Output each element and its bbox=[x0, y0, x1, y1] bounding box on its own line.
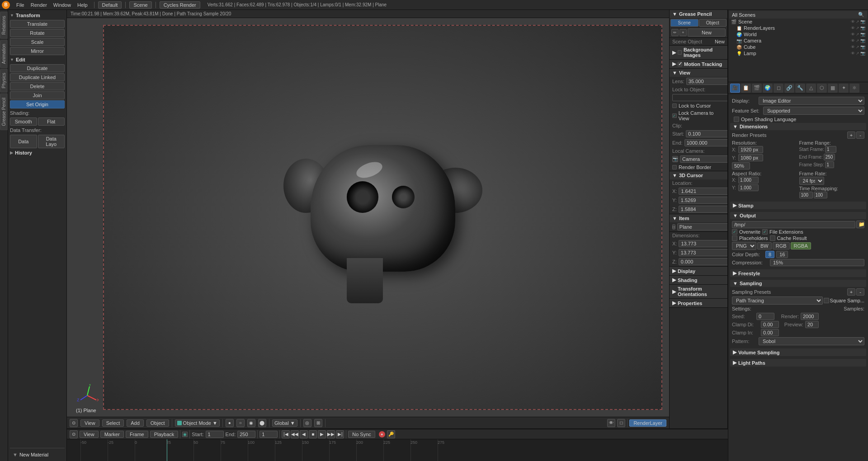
rgba-btn[interactable]: RGBA bbox=[791, 242, 811, 249]
texture-icon[interactable]: ▦ bbox=[828, 84, 838, 93]
transform-section-title[interactable]: ▼ Transform bbox=[10, 12, 65, 19]
scene-vis-icon[interactable]: 👁 bbox=[851, 19, 855, 24]
stop-btn[interactable]: ■ bbox=[309, 430, 317, 438]
motion-tracking-checkbox[interactable]: ✓ bbox=[678, 62, 682, 66]
scene-render-icon[interactable]: 📷 bbox=[860, 19, 865, 24]
step-fwd-btn[interactable]: ▶▶ bbox=[327, 430, 335, 438]
time-remap-new[interactable] bbox=[814, 192, 827, 198]
properties-sub-header[interactable]: ▶ Properties bbox=[670, 299, 727, 307]
view-menu-btn[interactable]: View bbox=[80, 419, 99, 427]
res-pct-input[interactable] bbox=[732, 162, 750, 169]
render-properties-icon[interactable]: 🎥 bbox=[730, 84, 740, 93]
placeholders-checkbox[interactable] bbox=[732, 235, 737, 241]
lens-input[interactable] bbox=[686, 78, 728, 85]
output-path-input[interactable] bbox=[732, 221, 855, 228]
render-menu[interactable]: Render bbox=[28, 1, 50, 9]
path-tracing-dropdown[interactable]: Path Tracing bbox=[732, 296, 823, 305]
side-tab-grease-pencil[interactable]: Grease Pencil bbox=[0, 94, 8, 130]
history-section-title[interactable]: ▶ History bbox=[10, 149, 65, 156]
clip-end-input[interactable] bbox=[684, 139, 728, 146]
constraints-icon[interactable]: 🔗 bbox=[784, 84, 794, 93]
timeline-mode-icon[interactable]: ⊙ bbox=[70, 430, 78, 438]
display-header[interactable]: ▶ Display bbox=[670, 267, 727, 275]
rgb-btn[interactable]: RGB bbox=[773, 242, 790, 249]
render-layers-icon-btn[interactable]: 📋 bbox=[741, 84, 751, 93]
particles-icon[interactable]: ✦ bbox=[839, 84, 849, 93]
aspect-x-input[interactable] bbox=[738, 177, 759, 183]
stamp-title[interactable]: ▶ Stamp bbox=[730, 202, 866, 209]
viewport-shading-wire[interactable]: ○ bbox=[236, 419, 245, 427]
frame-step-input[interactable] bbox=[825, 161, 834, 168]
open-shading-checkbox[interactable] bbox=[734, 117, 739, 122]
color-depth-8-btn[interactable]: 8 bbox=[765, 251, 774, 258]
outliner-search-icon[interactable]: 🔍 bbox=[858, 12, 864, 18]
preset-remove-btn[interactable]: - bbox=[856, 132, 864, 139]
cam-render-icon[interactable]: 📷 bbox=[860, 38, 865, 43]
rl-sel-icon[interactable]: ↗ bbox=[856, 26, 859, 30]
scene-selector[interactable]: Scene bbox=[129, 1, 151, 9]
start-frame-input[interactable] bbox=[206, 431, 224, 438]
jump-start-btn[interactable]: |◀ bbox=[282, 430, 290, 438]
grease-object-tab[interactable]: Object bbox=[699, 19, 727, 27]
side-tab-animation[interactable]: Animation bbox=[0, 40, 8, 68]
viewport-mode-icon[interactable]: ⊙ bbox=[70, 419, 78, 427]
display-dropdown[interactable]: Image Editor bbox=[759, 97, 864, 105]
time-remap-old[interactable] bbox=[799, 192, 813, 198]
cube-render-icon[interactable]: 📷 bbox=[860, 45, 865, 49]
cache-result-checkbox[interactable] bbox=[770, 235, 775, 241]
viewport-shading-solid[interactable]: ● bbox=[226, 419, 234, 427]
mirror-btn[interactable]: Mirror bbox=[10, 47, 65, 55]
lamp-vis-icon[interactable]: 👁 bbox=[851, 51, 855, 56]
compression-input[interactable] bbox=[770, 259, 864, 266]
play-back-btn[interactable]: ◀ bbox=[300, 430, 308, 438]
timeline-playback-btn[interactable]: Playback bbox=[150, 431, 179, 438]
side-tab-relations[interactable]: Relations bbox=[0, 12, 8, 39]
join-btn[interactable]: Join bbox=[10, 91, 65, 99]
pivot-dropdown[interactable]: Global ▼ bbox=[272, 419, 297, 427]
jump-end-btn[interactable]: ▶| bbox=[336, 430, 344, 438]
dim-x-input[interactable] bbox=[679, 240, 728, 247]
scale-btn[interactable]: Scale bbox=[10, 38, 65, 46]
current-frame-input[interactable] bbox=[259, 431, 278, 438]
duplicate-btn[interactable]: Duplicate bbox=[10, 64, 65, 72]
render-border-btn[interactable]: □ bbox=[617, 419, 625, 427]
flat-btn[interactable]: Flat bbox=[38, 118, 65, 126]
modifiers-icon[interactable]: 🔧 bbox=[795, 84, 805, 93]
light-paths-title[interactable]: ▶ Light Paths bbox=[730, 359, 866, 367]
square-samples-checkbox[interactable] bbox=[824, 298, 829, 303]
clamp-di-input[interactable] bbox=[761, 321, 779, 328]
lamp-sel-icon[interactable]: ↗ bbox=[856, 51, 859, 56]
rl-render-icon[interactable]: 📷 bbox=[860, 26, 865, 30]
outliner-all-scenes[interactable]: All Scenes bbox=[732, 12, 755, 18]
background-images-header[interactable]: ▶ Background Images bbox=[670, 46, 727, 59]
window-menu[interactable]: Window bbox=[51, 1, 74, 9]
outliner-lamp[interactable]: 💡 Lamp 👁 ↗ 📷 bbox=[729, 50, 867, 56]
mode-dropdown[interactable]: Object Mode ▼ bbox=[175, 419, 220, 427]
outliner-camera[interactable]: 📷 Camera 👁 ↗ 📷 bbox=[729, 38, 867, 44]
viewport-3d[interactable]: X Y Z (1) Plane bbox=[67, 18, 669, 417]
show-hide-btn[interactable]: 👁 bbox=[607, 419, 615, 427]
edit-section-title[interactable]: ▼ Edit bbox=[10, 56, 65, 63]
camera-input[interactable] bbox=[680, 155, 728, 163]
feature-set-dropdown[interactable]: Supported bbox=[763, 107, 864, 115]
preset-add-btn[interactable]: + bbox=[847, 132, 855, 139]
engine-selector[interactable]: Cycles Render bbox=[160, 1, 200, 9]
object-menu-btn[interactable]: Object bbox=[146, 419, 169, 427]
layout-selector[interactable]: Default bbox=[98, 1, 122, 9]
timeline-view-btn[interactable]: View bbox=[80, 431, 99, 438]
item-header[interactable]: ▼ Item bbox=[670, 214, 727, 222]
grease-scene-tab[interactable]: Scene bbox=[670, 19, 698, 27]
volume-sampling-title[interactable]: ▶ Volume Sampling bbox=[730, 348, 866, 356]
world-vis-icon[interactable]: 👁 bbox=[851, 32, 855, 37]
timeline-area[interactable]: -50 -25 0 25 50 75 100 125 150 175 200 2… bbox=[67, 439, 728, 461]
translate-btn[interactable]: Translate bbox=[10, 20, 65, 28]
motion-tracking-header[interactable]: ▶ ✓ Motion Tracking bbox=[670, 60, 727, 68]
key-btn[interactable]: 🔑 bbox=[387, 430, 395, 438]
cursor-3d-header[interactable]: ▼ 3D Cursor bbox=[670, 171, 727, 179]
smooth-btn[interactable]: Smooth bbox=[10, 118, 37, 126]
rotate-btn[interactable]: Rotate bbox=[10, 29, 65, 37]
seed-input[interactable] bbox=[756, 313, 774, 320]
cursor-y-input[interactable] bbox=[679, 197, 728, 204]
physics-icon[interactable]: ⚛ bbox=[849, 84, 859, 93]
cam-sel-icon[interactable]: ↗ bbox=[856, 38, 859, 43]
